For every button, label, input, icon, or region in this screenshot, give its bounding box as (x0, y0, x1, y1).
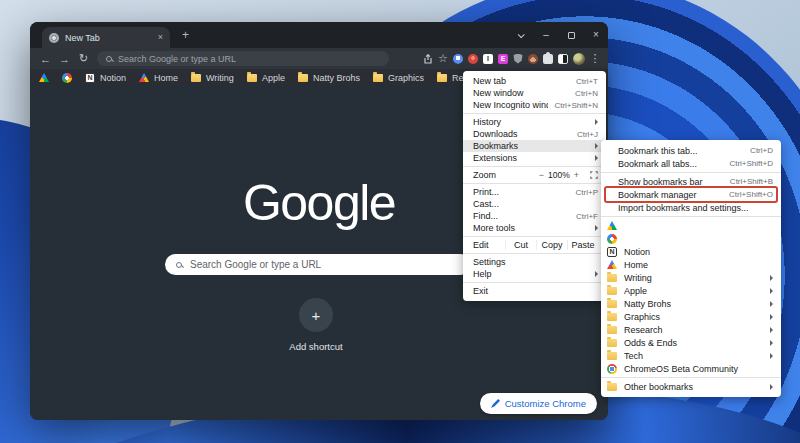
bookmark-folder-odds-ends[interactable]: Odds & Ends (601, 336, 781, 349)
menu-item-downloads[interactable]: DownloadsCtrl+J (463, 128, 606, 140)
paste-button[interactable]: Paste (567, 240, 598, 250)
bookmark-folder-natty-brohs[interactable]: Natty Brohs (601, 297, 781, 310)
maximize-button[interactable] (563, 28, 579, 42)
forward-icon[interactable]: → (57, 53, 72, 65)
minimize-button[interactable]: – (538, 28, 554, 42)
menu-item-exit[interactable]: Exit (463, 285, 606, 297)
bookmark-folder-writing[interactable]: Writing (191, 73, 234, 83)
submenu-arrow-icon (770, 353, 773, 359)
extension-shield-icon[interactable] (513, 54, 523, 64)
extension-monkey-icon[interactable] (528, 54, 538, 64)
address-bar[interactable]: Search Google or type a URL (97, 51, 389, 66)
bookmark-item-drive[interactable] (601, 219, 781, 232)
menu-item-find[interactable]: Find...Ctrl+F (463, 210, 606, 222)
menu-item-history[interactable]: History (463, 116, 606, 128)
menu-label: Extensions (473, 153, 590, 163)
bookmark-folder-apple[interactable]: Apple (601, 284, 781, 297)
bookmark-item-notion[interactable]: NNotion (601, 245, 781, 258)
menu-item-bookmark-this-tab[interactable]: Bookmark this tab...Ctrl+D (601, 144, 781, 157)
menu-label: Bookmarks (473, 141, 590, 151)
submenu-arrow-icon (770, 314, 773, 320)
menu-item-extensions[interactable]: Extensions (463, 152, 606, 164)
folder-icon (607, 274, 617, 282)
extension-orb-icon[interactable] (453, 54, 463, 64)
zoom-value: 100% (548, 170, 570, 180)
bookmark-folder-writing[interactable]: Writing (601, 271, 781, 284)
menu-label: Print... (473, 187, 570, 197)
extension-i-icon[interactable]: I (483, 54, 493, 64)
cut-button[interactable]: Cut (505, 240, 536, 250)
menu-item-new-tab[interactable]: New tabCtrl+T (463, 75, 606, 87)
bookmark-folder-natty-brohs[interactable]: Natty Brohs (298, 73, 360, 83)
menu-separator (601, 377, 781, 378)
menu-item-more-tools[interactable]: More tools (463, 222, 606, 234)
menu-item-help[interactable]: Help (463, 268, 606, 280)
tab-close-icon[interactable]: × (158, 33, 163, 42)
browser-menu-dots-icon[interactable]: ⋮ (590, 54, 600, 64)
folder-icon (373, 74, 383, 82)
menu-label: Downloads (473, 129, 571, 139)
menu-item-bookmarks[interactable]: Bookmarks (463, 140, 606, 152)
zoom-out-button[interactable]: − (539, 170, 544, 180)
bookmark-item-home[interactable]: Home (601, 258, 781, 271)
fullscreen-icon[interactable] (590, 171, 598, 179)
folder-icon (607, 383, 617, 391)
tab-search-chevron-icon[interactable] (512, 28, 528, 42)
submenu-arrow-icon (595, 155, 598, 161)
bookmark-folder-tech[interactable]: Tech (601, 349, 781, 362)
reload-icon[interactable]: ↻ (76, 52, 91, 65)
zoom-in-button[interactable]: + (574, 170, 579, 180)
folder-icon (607, 339, 617, 347)
profile-avatar[interactable] (573, 53, 585, 65)
menu-item-bookmark-manager[interactable]: Bookmark manager Ctrl+Shift+O (601, 188, 781, 201)
new-tab-button[interactable]: + (182, 29, 189, 41)
menu-label: Cast... (473, 199, 598, 209)
extension-e-icon[interactable]: E (498, 54, 508, 64)
tab-new-tab[interactable]: New Tab × (42, 27, 170, 48)
desktop: New Tab × + – × ← → ↻ Search Google or t… (0, 0, 800, 443)
drive-icon (607, 221, 617, 230)
bookmark-label: Tech (624, 351, 759, 361)
close-button[interactable]: × (588, 28, 604, 42)
bookmark-star-icon[interactable]: ☆ (438, 54, 448, 64)
drive-icon (39, 73, 49, 82)
ntp-search-box[interactable]: Search Google or type a URL (165, 254, 471, 275)
menu-item-settings[interactable]: Settings (463, 256, 606, 268)
copy-button[interactable]: Copy (536, 240, 567, 250)
pinwheel-icon (607, 234, 617, 244)
home-triangle-icon (607, 260, 617, 269)
menu-item-new-incognito-window[interactable]: New Incognito windowCtrl+Shift+N (463, 99, 606, 111)
bookmark-label: Writing (206, 73, 234, 83)
extension-adblock-icon[interactable] (468, 54, 478, 64)
menu-separator (463, 236, 606, 237)
menu-item-bookmark-all-tabs[interactable]: Bookmark all tabs...Ctrl+Shift+D (601, 157, 781, 170)
menu-separator (463, 282, 606, 283)
bookmark-folder-research[interactable]: Research (601, 323, 781, 336)
extension-contrast-icon[interactable] (558, 54, 568, 64)
tab-title: New Tab (65, 33, 152, 43)
menu-item-import-bookmarks[interactable]: Import bookmarks and settings... (601, 201, 781, 214)
add-shortcut-button[interactable]: + (299, 298, 333, 332)
bookmark-label: ChromeOS Beta Community (624, 364, 773, 374)
menu-item-show-bookmarks-bar[interactable]: Show bookmarks barCtrl+Shift+B (601, 175, 781, 188)
menu-item-print[interactable]: Print...Ctrl+P (463, 186, 606, 198)
bookmark-pinwheel[interactable] (62, 73, 72, 83)
bookmark-folder-graphics[interactable]: Graphics (601, 310, 781, 323)
bookmark-drive[interactable] (39, 73, 49, 82)
back-icon[interactable]: ← (38, 53, 53, 65)
bookmark-folder-apple[interactable]: Apple (247, 73, 285, 83)
customize-chrome-button[interactable]: Customize Chrome (480, 393, 597, 414)
extensions-puzzle-icon[interactable] (543, 54, 553, 64)
bookmark-home[interactable]: Home (139, 73, 178, 83)
menu-item-cast[interactable]: Cast... (463, 198, 606, 210)
bookmark-notion[interactable]: NNotion (85, 73, 126, 83)
menu-item-other-bookmarks[interactable]: Other bookmarks (601, 380, 781, 393)
search-icon (106, 56, 112, 62)
bookmark-item-pinwheel[interactable] (601, 232, 781, 245)
submenu-arrow-icon (770, 301, 773, 307)
menu-item-new-window[interactable]: New windowCtrl+N (463, 87, 606, 99)
bookmark-folder-graphics[interactable]: Graphics (373, 73, 424, 83)
share-icon[interactable] (423, 54, 433, 64)
chrome-icon (607, 364, 617, 374)
bookmark-item-chromeos-beta[interactable]: ChromeOS Beta Community (601, 362, 781, 375)
